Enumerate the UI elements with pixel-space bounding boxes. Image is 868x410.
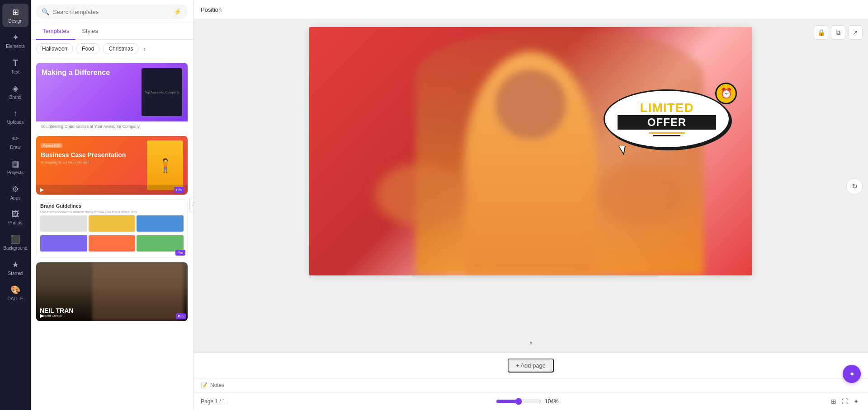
search-input[interactable]	[53, 9, 169, 15]
sidebar-item-label: Apps	[10, 196, 21, 200]
sidebar-item-label: Projects	[7, 170, 24, 175]
template-badge-brand: Pro	[175, 247, 185, 256]
main-area: Position 🔒 ⧉ ↗ ↻	[193, 0, 868, 410]
sidebar-item-label: Design	[8, 19, 22, 23]
add-page-button[interactable]: + Add page	[508, 359, 554, 373]
chip-christmas[interactable]: Christmas	[103, 43, 139, 54]
panel-tabs: Templates Styles	[31, 23, 193, 40]
sidebar-item-design[interactable]: ⊞ Design	[2, 4, 28, 27]
lock-button[interactable]: 🔒	[814, 25, 828, 40]
projects-icon: ▦	[12, 159, 19, 169]
design-icon: ⊞	[12, 7, 19, 17]
sidebar-item-label: DALL-E	[7, 296, 23, 301]
zoom-slider[interactable]	[496, 398, 541, 405]
tab-styles[interactable]: Styles	[75, 23, 104, 40]
floating-assistant-button[interactable]: ✦	[843, 365, 861, 383]
notes-icon: 📝	[201, 382, 208, 388]
template-card-brand-guidelines[interactable]: Brand Guidelines Use this moodboard to a…	[36, 199, 188, 258]
chip-halloween[interactable]: Halloween	[36, 43, 73, 54]
tab-templates[interactable]: Templates	[36, 23, 75, 40]
text-icon: T	[13, 58, 18, 68]
canvas[interactable]: ⏰ LIMITED OFFER	[309, 27, 752, 275]
underlines	[618, 132, 716, 136]
search-area: 🔍 ⚡	[31, 0, 193, 23]
elements-icon: ✦	[12, 33, 19, 42]
apps-icon: ⚙	[12, 184, 19, 194]
zoom-controls: 104%	[496, 398, 559, 405]
brand-icon: ◈	[12, 84, 19, 93]
template-img-business: 🧍	[147, 140, 183, 190]
notes-bar[interactable]: 📝 Notes	[193, 378, 868, 392]
sidebar-item-brand[interactable]: ◈ Brand	[2, 80, 28, 103]
chips-next-arrow[interactable]: ›	[142, 43, 147, 54]
share-button[interactable]: ↗	[848, 25, 863, 40]
more-options-button[interactable]: ✦	[852, 396, 861, 407]
template-sub-brand: Use this moodboard to achieve clarity on…	[40, 210, 184, 214]
template-card-business-case[interactable]: Formal ROI Business Case Presentation St…	[36, 136, 188, 195]
scroll-up-indicator[interactable]: ∧	[524, 336, 537, 349]
template-tag-business: Formal ROI	[41, 143, 62, 148]
filter-chips: Halloween Food Christmas ›	[31, 40, 193, 58]
underline-yellow	[649, 132, 685, 134]
sidebar-item-text[interactable]: T Text	[2, 54, 28, 78]
position-label: Position	[201, 6, 222, 13]
canvas-person-head	[495, 70, 566, 139]
template-title-brand: Brand Guidelines	[40, 203, 184, 209]
background-icon: ⬛	[10, 234, 20, 244]
sidebar-item-label: Background	[3, 246, 27, 251]
sidebar-item-draw[interactable]: ✏ Draw	[2, 130, 28, 154]
template-card-making-difference[interactable]: Making a Difference Top Awesome Company …	[36, 63, 188, 131]
sidebar-item-label: Photos	[8, 220, 22, 225]
copy-button[interactable]: ⧉	[831, 25, 845, 40]
sidebar-item-background[interactable]: ⬛ Background	[2, 231, 28, 254]
sidebar-item-projects[interactable]: ▦ Projects	[2, 155, 28, 179]
play-icon: ▶	[40, 186, 44, 193]
page-info: Page 1 / 1	[201, 398, 226, 405]
sidebar-item-dalle[interactable]: 🎨 DALL-E	[2, 281, 28, 305]
sidebar-item-starred[interactable]: ★ Starred	[2, 256, 28, 280]
offer-text: OFFER	[618, 115, 716, 130]
template-title-making: Making a Difference	[42, 68, 142, 116]
limited-offer-bubble[interactable]: ⏰ LIMITED OFFER	[604, 89, 730, 149]
refresh-button[interactable]: ↻	[846, 178, 863, 195]
notes-label: Notes	[210, 382, 224, 388]
fullscreen-button[interactable]: ⛶	[840, 396, 850, 407]
sidebar-item-label: Uploads	[7, 120, 24, 125]
sidebar-item-apps[interactable]: ⚙ Apps	[2, 181, 28, 204]
speech-bubble-inner: ⏰ LIMITED OFFER	[604, 89, 730, 149]
template-badge-neil: Pro	[176, 311, 186, 319]
filter-button[interactable]: ⚡	[173, 7, 182, 16]
canvas-arm-left	[376, 164, 464, 226]
panel-collapse-handle[interactable]: ‹	[189, 198, 193, 212]
uploads-icon: ↑	[14, 109, 18, 118]
chip-food[interactable]: Food	[76, 43, 100, 54]
template-title-neil: NEIL TRAN	[40, 307, 73, 314]
photos-icon: 🖼	[11, 210, 19, 219]
template-card-neil-tran[interactable]: NEIL TRAN Content Creator ▶ Pro	[36, 262, 188, 321]
underline-dark	[653, 135, 680, 136]
template-preview-right: Top Awesome Company	[142, 68, 182, 116]
view-buttons: ⊞ ⛶ ✦	[829, 396, 861, 407]
zoom-value: 104%	[545, 398, 559, 405]
sidebar-item-elements[interactable]: ✦ Elements	[2, 29, 28, 52]
clock-icon: ⏰	[715, 83, 737, 104]
sidebar-item-uploads[interactable]: ↑ Uploads	[2, 105, 28, 128]
template-bottom-bar-business: ▶ Pro	[36, 185, 188, 195]
limited-text: LIMITED	[618, 102, 716, 114]
grid-view-button[interactable]: ⊞	[829, 396, 838, 407]
canvas-area: 🔒 ⧉ ↗ ↻ ⏰	[193, 20, 868, 353]
sidebar-item-label: Draw	[10, 145, 20, 150]
pro-badge: Pro	[174, 187, 184, 193]
draw-icon: ✏	[12, 134, 19, 144]
template-footer-making: Volunteering Opportunities at Your Aweso…	[36, 121, 188, 131]
template-grid-brand	[40, 215, 184, 254]
sidebar-item-photos[interactable]: 🖼 Photos	[2, 206, 28, 229]
template-sub-neil: Content Creator	[40, 314, 73, 317]
sidebar-item-label: Text	[11, 70, 19, 75]
sidebar-item-label: Brand	[9, 95, 22, 100]
starred-icon: ★	[12, 260, 19, 270]
speech-bubble-tail-inner	[619, 146, 625, 153]
sidebar-item-label: Starred	[8, 271, 23, 276]
left-toolbar: ⊞ Design ✦ Elements T Text ◈ Brand ↑ Upl…	[0, 0, 31, 410]
dalle-icon: 🎨	[10, 285, 20, 295]
